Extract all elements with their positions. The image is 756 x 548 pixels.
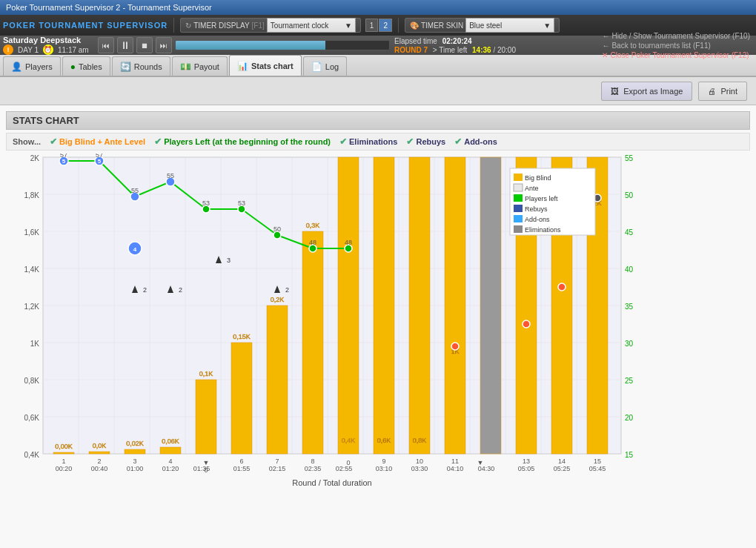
num-buttons: 1 2	[365, 19, 392, 32]
chart-area: 2K 1,8K 1,6K 1,4K 1,2K 1K 0,8K 0,6K 0,4K…	[6, 153, 750, 495]
svg-text:04:30: 04:30	[478, 465, 495, 472]
skip-fwd-btn[interactable]: ⏭	[156, 37, 172, 53]
svg-rect-55	[267, 306, 288, 454]
svg-text:0,8K: 0,8K	[413, 437, 427, 444]
close-link[interactable]: ✕ Close Poker Tournament Supervisor (F12…	[602, 51, 750, 59]
print-button[interactable]: 🖨 Print	[698, 82, 747, 101]
action-bar: 🖼 Export as Image 🖨 Print	[0, 77, 756, 105]
svg-text:00:20: 00:20	[56, 465, 73, 472]
svg-rect-47	[125, 449, 145, 454]
svg-text:2: 2	[143, 286, 147, 294]
svg-text:02:35: 02:35	[305, 465, 322, 472]
show-eliminations[interactable]: ✔ Eliminations	[339, 136, 397, 147]
second-toolbar: Saturday Deepstack ! DAY 1 ⏰ 11:17 am ⏮ …	[0, 36, 519, 55]
svg-text:13: 13	[523, 458, 530, 465]
svg-point-103	[523, 320, 530, 328]
show-rebuys[interactable]: ✔ Rebuys	[406, 136, 445, 147]
svg-text:2: 2	[97, 458, 101, 465]
tab-players[interactable]: 👤 Players	[3, 56, 61, 76]
svg-text:48: 48	[345, 239, 352, 246]
stop-btn[interactable]: ⏹	[136, 37, 153, 53]
tab-stats[interactable]: 📊 Stats chart	[229, 55, 302, 76]
right-links: ← Hide / Show Tournament Supervisor (F10…	[602, 32, 750, 59]
tab-rounds[interactable]: 🔄 Rounds	[112, 56, 170, 76]
show-bigblind[interactable]: ✔ Big Blind + Ante Level	[50, 136, 145, 147]
svg-text:57: 57	[96, 153, 103, 159]
tournament-name: Saturday Deepstack	[3, 36, 89, 44]
svg-text:50: 50	[625, 191, 634, 199]
print-icon: 🖨	[708, 87, 716, 96]
svg-text:02:55: 02:55	[336, 465, 353, 472]
time-label: 11:17 am	[58, 46, 89, 54]
svg-text:15: 15	[625, 451, 634, 459]
progress-bar	[175, 40, 390, 50]
legend-ante-label: Ante	[525, 185, 539, 192]
svg-text:1,8K: 1,8K	[24, 191, 39, 199]
skip-back-btn[interactable]: ⏮	[98, 37, 114, 53]
svg-text:55: 55	[625, 154, 634, 162]
timer-skin-btn[interactable]: 🎨 TIMER SKIN Blue steel ▼	[405, 18, 560, 33]
tab-tables[interactable]: ● Tables	[62, 56, 110, 76]
timer-display-dropdown[interactable]: Tournament clock ▼	[267, 18, 356, 33]
x-axis-labels: 1 00:20 2 00:40 3 01:00 4 01:20 01:35 6 …	[56, 458, 606, 472]
show-label: Show...	[13, 137, 41, 146]
sep2	[398, 18, 399, 33]
chart-title: STATS CHART	[6, 111, 750, 130]
export-icon: 🖼	[611, 87, 619, 96]
hide-show-link[interactable]: ← Hide / Show Tournament Supervisor (F10…	[602, 32, 750, 40]
svg-rect-61	[374, 157, 394, 454]
num-1[interactable]: 1	[365, 19, 379, 32]
svg-text:0,15K: 0,15K	[233, 333, 251, 340]
svg-text:3: 3	[227, 257, 231, 264]
svg-point-102	[451, 343, 459, 350]
tab-log-label: Log	[325, 62, 339, 71]
svg-text:0,8K: 0,8K	[24, 377, 39, 385]
svg-text:1,6K: 1,6K	[24, 228, 39, 237]
tab-payout[interactable]: 💵 Payout	[172, 56, 228, 76]
svg-text:0,06K: 0,06K	[162, 438, 179, 445]
stats-icon: 📊	[237, 61, 248, 71]
svg-text:55: 55	[131, 187, 139, 194]
svg-text:15: 15	[594, 458, 601, 465]
tab-tables-label: Tables	[79, 62, 102, 71]
svg-text:10: 10	[416, 458, 423, 465]
y-axis-right: 55 50 45 40 35 30 25 20 15	[625, 154, 634, 459]
svg-text:0,1K: 0,1K	[199, 370, 213, 377]
export-image-button[interactable]: 🖼 Export as Image	[601, 82, 692, 101]
pause-btn[interactable]: ⏸	[117, 37, 133, 53]
svg-text:1,2K: 1,2K	[24, 303, 39, 311]
tab-players-label: Players	[25, 62, 53, 71]
svg-text:20: 20	[625, 414, 634, 422]
svg-text:05:05: 05:05	[518, 465, 535, 472]
legend-rebuys-label: Rebuys	[525, 205, 548, 213]
print-label: Print	[720, 87, 737, 96]
svg-text:0,00K: 0,00K	[55, 443, 73, 450]
svg-point-104	[558, 283, 566, 291]
svg-text:01:55: 01:55	[233, 465, 251, 472]
timer-display-btn[interactable]: ↻ TIMER DISPLAY [F1] Tournament clock ▼	[180, 18, 361, 33]
show-playersleft[interactable]: ✔ Players Left (at the beginning of the …	[154, 136, 331, 147]
tab-stats-label: Stats chart	[251, 62, 294, 70]
svg-rect-51	[196, 380, 216, 454]
timer-skin-dropdown[interactable]: Blue steel ▼	[465, 18, 554, 33]
num-2[interactable]: 2	[379, 19, 392, 32]
svg-text:0,02K: 0,02K	[126, 440, 144, 447]
svg-text:0,4K: 0,4K	[342, 437, 356, 444]
svg-text:0,2K: 0,2K	[271, 296, 285, 303]
rounds-icon: 🔄	[120, 62, 131, 72]
show-addons[interactable]: ✔ Add-ons	[454, 136, 497, 147]
svg-text:2: 2	[285, 286, 289, 294]
day-icon: !	[3, 44, 13, 55]
back-link[interactable]: ← Back to tournaments list (F11)	[602, 42, 750, 50]
export-label: Export as Image	[623, 87, 683, 96]
svg-text:03:30: 03:30	[411, 465, 428, 472]
svg-text:11: 11	[451, 458, 459, 465]
svg-text:1: 1	[62, 458, 65, 465]
svg-text:05:25: 05:25	[554, 465, 571, 472]
svg-rect-59	[338, 157, 359, 454]
log-icon: 📄	[311, 62, 322, 72]
svg-text:0,6K: 0,6K	[24, 414, 39, 422]
tab-log[interactable]: 📄 Log	[303, 56, 347, 76]
svg-text:6: 6	[239, 458, 243, 465]
sep1	[173, 18, 174, 33]
